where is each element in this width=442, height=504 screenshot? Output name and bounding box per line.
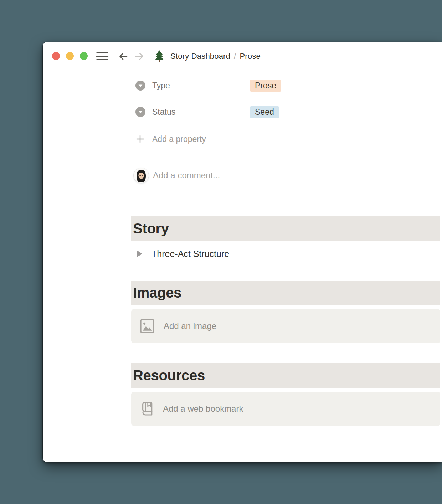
property-label: Type	[152, 81, 250, 91]
plus-icon	[135, 134, 145, 144]
section-heading-story[interactable]: Story	[131, 216, 440, 241]
divider	[131, 194, 440, 194]
heading-text: Story	[133, 221, 169, 237]
add-property-button[interactable]: Add a property	[135, 133, 206, 145]
add-property-label: Add a property	[152, 134, 206, 144]
comment-row[interactable]: Add a comment...	[134, 168, 220, 183]
minimize-button[interactable]	[66, 52, 74, 60]
property-row-type[interactable]: Type Prose	[135, 79, 281, 92]
dropdown-circle-icon	[135, 81, 145, 91]
breadcrumb-separator: /	[230, 52, 240, 61]
tag-seed[interactable]: Seed	[250, 106, 279, 118]
section-heading-resources[interactable]: Resources	[131, 363, 440, 388]
tag-prose[interactable]: Prose	[250, 80, 281, 92]
divider	[131, 156, 440, 156]
property-row-status[interactable]: Status Seed	[135, 106, 279, 118]
evergreen-tree-icon	[154, 50, 165, 62]
traffic-lights	[52, 52, 88, 60]
book-bookmark-icon	[139, 400, 155, 417]
close-button[interactable]	[52, 52, 60, 60]
add-web-bookmark-placeholder[interactable]: Add a web bookmark	[131, 392, 440, 426]
add-image-label: Add an image	[164, 321, 216, 331]
toggle-three-act-structure[interactable]: Three-Act Structure	[137, 247, 229, 260]
breadcrumb: Story Dashboard/Prose	[170, 42, 261, 71]
add-image-placeholder[interactable]: Add an image	[131, 309, 440, 343]
comment-input-placeholder[interactable]: Add a comment...	[153, 170, 220, 180]
property-label: Status	[152, 107, 250, 117]
breadcrumb-root[interactable]: Story Dashboard	[170, 52, 230, 61]
titlebar: Story Dashboard/Prose	[43, 42, 442, 71]
hamburger-menu-icon[interactable]	[96, 52, 108, 60]
toggle-label: Three-Act Structure	[151, 249, 229, 259]
heading-text: Images	[133, 285, 181, 301]
avatar	[134, 168, 149, 183]
notion-window: Story Dashboard/Prose Type Prose Status …	[43, 42, 442, 462]
back-arrow-icon[interactable]	[118, 51, 128, 61]
zoom-button[interactable]	[80, 52, 88, 60]
image-icon	[139, 318, 155, 334]
section-heading-images[interactable]: Images	[131, 281, 440, 305]
add-web-bookmark-label: Add a web bookmark	[163, 404, 243, 414]
dropdown-circle-icon	[135, 107, 145, 117]
breadcrumb-current[interactable]: Prose	[240, 52, 260, 61]
forward-arrow-icon[interactable]	[134, 51, 144, 61]
toggle-triangle-icon[interactable]	[137, 251, 142, 257]
heading-text: Resources	[133, 367, 205, 384]
